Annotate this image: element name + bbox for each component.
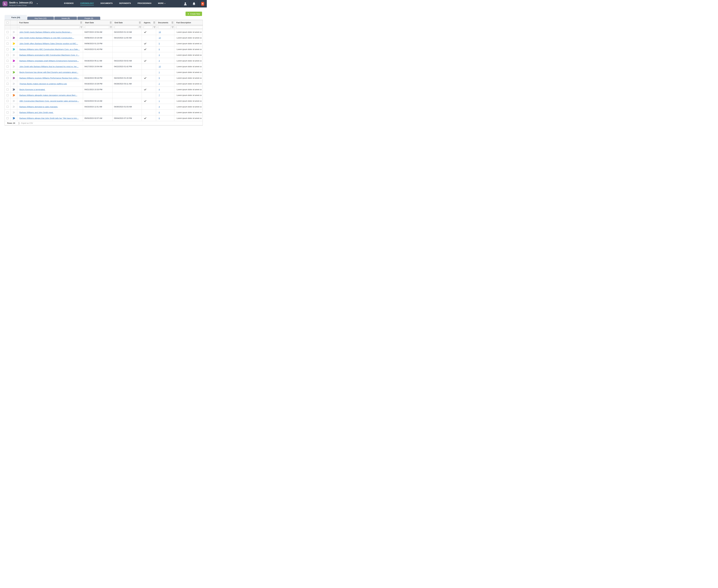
row-checkbox[interactable] xyxy=(6,106,8,108)
documents-count-link[interactable]: 3 xyxy=(159,60,160,62)
row-checkbox[interactable] xyxy=(6,88,8,90)
documents-count-link[interactable]: 4 xyxy=(159,106,160,108)
fact-name-link[interactable]: Barbara Williams negotiates draft Willia… xyxy=(19,60,79,62)
tab-facts-24[interactable]: Facts (24) xyxy=(5,15,27,20)
row-checkbox[interactable] xyxy=(6,65,8,68)
create-new-button[interactable]: + Create New xyxy=(186,12,202,16)
case-dropdown-caret-icon[interactable]: ▼ xyxy=(37,3,38,4)
nextpoint-brand-button[interactable]: N xyxy=(198,0,207,7)
case-selector[interactable]: L Smith v. Johnson (C) Nextpoint Product… xyxy=(0,1,58,6)
column-label: Documents xyxy=(158,22,168,24)
end-date-cell: 04/23/2023 01:20 AM xyxy=(112,75,142,81)
fact-name-link[interactable]: ABC Construction Machinery Corp. second … xyxy=(19,100,79,102)
approx-cell xyxy=(142,104,156,109)
tab-key-docs-12[interactable]: Key Docs (12) xyxy=(27,17,54,20)
checkmark-icon xyxy=(144,43,146,44)
notifications-button[interactable] xyxy=(189,0,198,7)
fact-name-link[interactable]: John Smith meets Barbara Williams while … xyxy=(19,31,72,33)
documents-count-link[interactable]: 1 xyxy=(159,100,160,102)
row-checkbox[interactable] xyxy=(6,60,8,62)
row-checkbox[interactable] xyxy=(6,48,8,50)
filter-funnel-icon[interactable] xyxy=(80,26,82,28)
fact-name-link[interactable]: Barbara Williams receives Williams Perfo… xyxy=(19,77,79,79)
filter-cell-fact-name xyxy=(17,25,83,29)
tab-issues-6[interactable]: Issues (6) xyxy=(54,17,77,20)
fact-flag-icon xyxy=(13,66,15,68)
documents-count-link[interactable]: 10 xyxy=(159,65,161,68)
fact-name-link[interactable]: John Smith invites Barbara Williams to v… xyxy=(19,37,74,39)
nav-item-proceedings[interactable]: PROCEEDINGS xyxy=(138,2,151,5)
documents-count-link[interactable]: 9 xyxy=(159,77,160,79)
column-menu-icon[interactable] xyxy=(153,22,155,23)
fact-description-cell: Lorem ipsum dolor sit amet co xyxy=(174,115,203,121)
row-flag-cell xyxy=(11,29,17,35)
row-checkbox[interactable] xyxy=(6,94,8,96)
nav-item-deponents[interactable]: DEPONENTS xyxy=(119,2,131,5)
filter-funnel-icon[interactable] xyxy=(139,26,141,28)
documents-count-link[interactable]: 1 xyxy=(159,71,160,74)
tab-people-9[interactable]: People (9) xyxy=(77,17,100,20)
end-date-cell xyxy=(112,41,142,46)
end-date-filter-input[interactable] xyxy=(115,26,138,29)
fact-name-link[interactable]: Barbara Williams joins ABC Construction … xyxy=(19,48,80,50)
fact-name-filter-input[interactable] xyxy=(19,26,80,29)
fact-name-link[interactable]: Barbara Williams and John Smith meet. xyxy=(19,111,54,113)
documents-count-link[interactable]: 4 xyxy=(159,88,160,90)
nav-item-more[interactable]: MORE▼ xyxy=(158,2,165,5)
row-checkbox[interactable] xyxy=(6,37,8,39)
column-menu-icon[interactable] xyxy=(171,22,173,23)
app-screen: L Smith v. Johnson (C) Nextpoint Product… xyxy=(0,0,207,147)
nav-item-documents[interactable]: DOCUMENTS xyxy=(101,2,112,5)
row-checkbox[interactable] xyxy=(6,83,8,85)
documents-count-link[interactable]: 2 xyxy=(159,83,160,85)
row-flag-cell xyxy=(11,104,17,109)
fact-name-link[interactable]: Thomas Banks makes decision to undergo s… xyxy=(19,83,67,85)
fact-name-link[interactable]: John Smith offers Barbara Williams Sales… xyxy=(19,42,78,45)
row-checkbox[interactable] xyxy=(6,111,8,113)
documents-count-link[interactable]: 10 xyxy=(159,37,161,39)
documents-filter-input[interactable] xyxy=(158,26,171,29)
end-date-cell: 04/10/2023 01:10 AM xyxy=(112,29,142,35)
fact-name-link[interactable]: John Smith tells Barbara Williams that h… xyxy=(19,65,79,68)
documents-count-link[interactable]: 6 xyxy=(159,117,160,119)
documents-count-link[interactable]: 8 xyxy=(159,48,160,50)
nav-item-chronology[interactable]: CHRONOLOGY xyxy=(80,2,94,5)
documents-count-link[interactable]: 3 xyxy=(159,54,160,56)
fact-name-link[interactable]: Becky Kenmore has dinner with Bert Dunph… xyxy=(19,71,78,74)
start-date-filter-input[interactable] xyxy=(85,26,109,29)
column-menu-icon[interactable] xyxy=(139,22,141,23)
documents-count-link[interactable]: 18 xyxy=(159,31,161,33)
nav-item-evidence[interactable]: EVIDENCE xyxy=(64,2,74,5)
row-checkbox[interactable] xyxy=(6,77,8,79)
fact-name-link[interactable]: Barbara Williams promoted to ABC Constru… xyxy=(19,54,79,56)
user-account-button[interactable] xyxy=(181,0,189,7)
start-date-cell: 04/08/2023 10:19 AM xyxy=(83,35,112,41)
column-menu-icon[interactable] xyxy=(80,22,82,23)
end-date-cell xyxy=(112,92,142,98)
checkmark-icon xyxy=(144,48,146,50)
documents-cell: 2 xyxy=(156,81,174,87)
column-header-fact-name: Fact Name xyxy=(17,20,83,25)
documents-count-link[interactable]: 7 xyxy=(159,94,160,96)
row-checkbox[interactable] xyxy=(6,54,8,56)
row-checkbox[interactable] xyxy=(6,100,8,102)
fact-name-link[interactable]: Barbara Williams alleges that John Smith… xyxy=(19,117,79,119)
fact-description-filter-input[interactable] xyxy=(176,26,203,29)
approx-filter-input[interactable] xyxy=(144,26,152,29)
fact-name-link[interactable]: Barbara Williams demoted to sales manage… xyxy=(19,106,58,108)
filter-funnel-icon[interactable] xyxy=(153,26,156,28)
column-menu-icon[interactable] xyxy=(110,22,111,23)
fact-name-link[interactable]: Becky Kenmore is terminated. xyxy=(19,88,45,90)
documents-count-link[interactable]: 6 xyxy=(159,111,160,113)
select-all-checkbox[interactable] xyxy=(6,22,8,24)
table-row: John Smith tells Barbara Williams that h… xyxy=(5,64,203,69)
row-checkbox[interactable] xyxy=(6,117,8,119)
filter-funnel-icon[interactable] xyxy=(110,26,112,28)
export-csv-button[interactable]: Export as CSV xyxy=(18,122,33,124)
documents-count-link[interactable]: 5 xyxy=(159,42,160,45)
row-checkbox[interactable] xyxy=(6,31,8,33)
fact-name-link[interactable]: Barbara Williams allegedly makes derogat… xyxy=(19,94,77,96)
filter-funnel-icon[interactable] xyxy=(172,26,173,28)
row-checkbox[interactable] xyxy=(6,71,8,74)
row-checkbox[interactable] xyxy=(6,42,8,45)
